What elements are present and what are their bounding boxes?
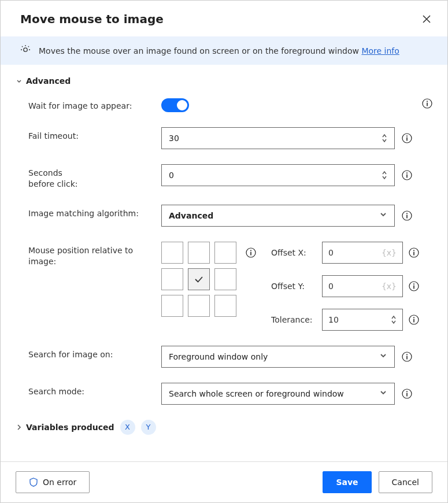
svg-point-17: [413, 250, 414, 251]
pos-bottom-center[interactable]: [188, 295, 210, 317]
offset-y-input[interactable]: 0 {x}: [322, 275, 403, 297]
svg-point-5: [406, 135, 408, 136]
row-offset-x: Offset X: 0 {x}: [271, 242, 419, 264]
pos-top-left[interactable]: [161, 242, 183, 264]
offset-x-input[interactable]: 0 {x}: [322, 242, 403, 264]
spinner-buttons[interactable]: [391, 315, 397, 324]
row-fail-timeout: Fail timeout: 30: [16, 127, 432, 149]
info-icon-tolerance[interactable]: [409, 315, 419, 325]
info-icon-seconds-before[interactable]: [402, 170, 412, 180]
chevron-down-icon: [16, 77, 23, 84]
tolerance-input[interactable]: 10: [322, 309, 403, 331]
pos-top-right[interactable]: [214, 242, 236, 264]
fail-timeout-value: 30: [169, 134, 179, 143]
pos-middle-right[interactable]: [214, 268, 236, 290]
info-icon-search-on[interactable]: [402, 352, 412, 362]
info-icon-offset-y[interactable]: [409, 281, 419, 291]
row-algorithm: Image matching algorithm: Advanced: [16, 205, 432, 227]
svg-point-26: [406, 354, 408, 355]
dialog-body: Advanced Wait for image to appear: Fail …: [1, 65, 447, 461]
cancel-label: Cancel: [392, 478, 419, 487]
close-button[interactable]: [421, 13, 432, 25]
svg-rect-21: [413, 285, 414, 289]
chevron-down-icon: [379, 352, 387, 361]
check-icon: [193, 273, 205, 285]
mouse-move-icon: [20, 45, 31, 57]
chevron-right-icon: [16, 424, 23, 431]
svg-rect-3: [427, 103, 428, 106]
svg-point-8: [406, 172, 408, 173]
svg-point-0: [24, 48, 27, 51]
info-icon-search-mode[interactable]: [402, 389, 412, 399]
search-on-select[interactable]: Foreground window only: [161, 346, 395, 368]
tolerance-value: 10: [328, 315, 339, 324]
offset-y-value: 0: [328, 282, 334, 291]
pos-middle-left[interactable]: [161, 268, 183, 290]
row-tolerance: Tolerance: 10: [271, 309, 419, 331]
seconds-before-label: Seconds before click:: [16, 164, 161, 190]
tolerance-label: Tolerance:: [271, 315, 316, 324]
pos-bottom-right[interactable]: [214, 295, 236, 317]
info-icon-algorithm[interactable]: [402, 210, 412, 221]
pos-top-center[interactable]: [188, 242, 210, 264]
variables-section-toggle[interactable]: Variables produced: [16, 423, 114, 432]
row-search-on: Search for image on: Foreground window o…: [16, 346, 432, 368]
save-label: Save: [336, 478, 358, 487]
dialog-header: Move mouse to image: [1, 1, 447, 36]
svg-rect-24: [413, 319, 414, 322]
row-seconds-before: Seconds before click: 0: [16, 164, 432, 190]
position-grid: [161, 242, 236, 317]
row-mouse-position: Mouse position relative to image:: [16, 242, 432, 331]
offset-x-label: Offset X:: [271, 248, 316, 257]
mouse-pos-label: Mouse position relative to image:: [16, 242, 161, 267]
advanced-label: Advanced: [26, 76, 71, 86]
banner-text: Moves the mouse over an image found on s…: [39, 46, 361, 56]
search-on-label: Search for image on:: [16, 346, 161, 360]
row-offset-y: Offset Y: 0 {x}: [271, 275, 419, 297]
info-banner: Moves the mouse over an image found on s…: [1, 36, 447, 65]
pos-bottom-left[interactable]: [161, 295, 183, 317]
svg-point-14: [250, 250, 251, 251]
seconds-before-value: 0: [169, 171, 174, 180]
seconds-before-input[interactable]: 0: [161, 164, 395, 186]
spinner-buttons[interactable]: [382, 134, 387, 143]
info-icon-offset-x[interactable]: [409, 247, 419, 258]
svg-point-2: [427, 101, 428, 102]
offsets-column: Offset X: 0 {x} Offset Y: 0 {x: [271, 242, 419, 331]
fail-timeout-input[interactable]: 30: [161, 127, 395, 149]
svg-point-29: [406, 391, 408, 392]
search-on-value: Foreground window only: [169, 352, 268, 361]
offset-x-value: 0: [328, 248, 334, 257]
pos-middle-center[interactable]: [188, 268, 210, 290]
banner-text-wrap: Moves the mouse over an image found on s…: [39, 46, 399, 56]
search-mode-select[interactable]: Search whole screen or foreground window: [161, 383, 395, 405]
svg-rect-9: [406, 175, 408, 178]
info-icon-position[interactable]: [246, 247, 256, 258]
on-error-label: On error: [43, 478, 76, 487]
svg-rect-18: [413, 252, 414, 255]
dialog-move-mouse-to-image: Move mouse to image Moves the mouse over…: [0, 0, 448, 503]
svg-rect-6: [406, 138, 408, 141]
variable-chip-x[interactable]: X: [120, 420, 135, 435]
spinner-buttons[interactable]: [382, 171, 387, 180]
toggle-knob: [177, 100, 187, 110]
advanced-section-toggle[interactable]: Advanced: [16, 76, 432, 86]
variable-chip-y[interactable]: Y: [141, 420, 156, 435]
on-error-button[interactable]: On error: [16, 471, 90, 493]
svg-rect-15: [250, 252, 251, 255]
algorithm-label: Image matching algorithm:: [16, 205, 161, 219]
info-icon-wait[interactable]: [422, 98, 432, 109]
row-wait-for-image: Wait for image to appear:: [16, 97, 432, 112]
search-mode-value: Search whole screen or foreground window: [169, 389, 344, 398]
more-info-link[interactable]: More info: [361, 46, 399, 56]
cancel-button[interactable]: Cancel: [379, 471, 432, 493]
wait-label: Wait for image to appear:: [16, 97, 161, 112]
save-button[interactable]: Save: [323, 471, 371, 493]
svg-rect-30: [406, 393, 408, 396]
svg-point-20: [413, 283, 414, 284]
algorithm-select[interactable]: Advanced: [161, 205, 395, 227]
variables-produced-section: Variables produced X Y: [16, 420, 432, 435]
info-icon-fail-timeout[interactable]: [402, 133, 412, 143]
variable-placeholder-icon: {x}: [382, 282, 397, 291]
wait-toggle[interactable]: [161, 98, 189, 112]
